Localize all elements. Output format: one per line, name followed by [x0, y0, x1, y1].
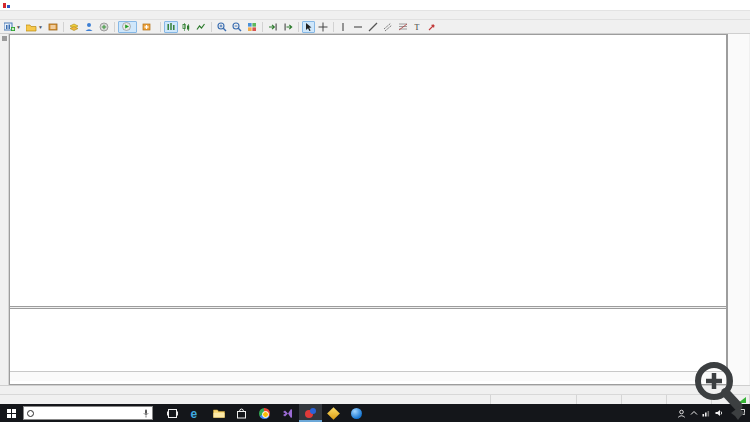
candlestick-mode-button[interactable] [179, 21, 193, 33]
store-icon [236, 408, 247, 419]
deposit-load-chart [10, 309, 726, 371]
equidistant-channel-button[interactable] [381, 21, 395, 33]
arrows-icon [427, 22, 437, 32]
edge-icon: e [190, 407, 202, 419]
zoom-in-button[interactable] [215, 21, 229, 33]
balance-equity-pane[interactable] [10, 35, 726, 306]
deposit-load-pane[interactable] [10, 309, 726, 371]
line-chart-mode-button[interactable] [194, 21, 208, 33]
gold-diamond-icon [327, 407, 340, 420]
action-center-icon[interactable] [736, 408, 746, 418]
date-axis [10, 371, 726, 381]
network-icon[interactable] [702, 409, 711, 417]
horizontal-line-icon [353, 22, 363, 32]
windows-logo-icon [7, 409, 16, 418]
status-cell [622, 395, 667, 404]
metatrader-icon [305, 408, 316, 419]
title-bar [0, 0, 750, 11]
toolbar: ▼ ▼ [0, 20, 750, 34]
new-chart-button[interactable]: ▼ [2, 21, 23, 33]
task-view-icon [167, 408, 178, 419]
fibonacci-icon [398, 22, 408, 32]
visual-studio-icon [282, 408, 293, 419]
taskbar-icon-visual-studio[interactable] [276, 404, 299, 422]
taskbar-icon-metatrader[interactable] [299, 404, 322, 422]
show-hidden-icons-chevron[interactable] [690, 410, 698, 416]
connection-status-icon [738, 397, 746, 403]
data-window-icon [69, 22, 79, 32]
status-cell [667, 395, 712, 404]
balance-equity-chart [10, 35, 726, 306]
deposit-axis-labels [728, 308, 749, 374]
auto-scroll-button[interactable] [266, 21, 280, 33]
cortana-icon [27, 410, 34, 417]
taskbar-icon-chrome[interactable] [253, 404, 276, 422]
status-profile[interactable] [491, 395, 577, 404]
taskbar-icon-file-explorer[interactable] [207, 404, 230, 422]
dropdown-caret-icon: ▼ [16, 24, 21, 30]
search-input[interactable] [37, 410, 140, 416]
volume-icon[interactable] [715, 409, 724, 417]
vertical-line-button[interactable] [337, 21, 350, 33]
fibonacci-button[interactable] [396, 21, 410, 33]
svg-text:e: e [190, 407, 197, 419]
market-watch-icon [48, 22, 58, 32]
tile-windows-button[interactable] [245, 21, 259, 33]
tester-graph-region [9, 34, 727, 385]
vertical-line-icon [339, 22, 347, 32]
new-order-button[interactable] [138, 21, 157, 33]
profiles-button[interactable]: ▼ [24, 21, 45, 33]
strategy-tester-workspace [0, 34, 750, 385]
balance-axis-labels [728, 34, 749, 308]
navigator-button[interactable] [82, 21, 96, 33]
panel-grip-icon [2, 36, 7, 41]
value-axis-column [727, 34, 749, 385]
status-cell [577, 395, 622, 404]
market-watch-button[interactable] [46, 21, 60, 33]
new-order-icon [142, 22, 151, 31]
crosshair-icon [318, 22, 328, 32]
blue-sphere-icon [351, 408, 362, 419]
cursor-button[interactable] [302, 21, 315, 33]
menu-bar [0, 11, 750, 20]
text-label-icon: T [413, 22, 422, 32]
toolbox-button[interactable] [97, 21, 111, 33]
horizontal-line-button[interactable] [351, 21, 365, 33]
trendline-button[interactable] [366, 21, 380, 33]
line-chart-icon [196, 22, 206, 32]
taskbar-search[interactable] [23, 406, 153, 420]
system-tray [677, 408, 750, 418]
bar-chart-mode-button[interactable] [164, 21, 178, 33]
tile-windows-icon [247, 22, 257, 32]
taskbar-icon-metaquotes[interactable] [322, 404, 345, 422]
equidistant-channel-icon [383, 22, 393, 32]
zoom-in-icon [217, 22, 227, 32]
autotrading-icon [122, 22, 131, 31]
taskbar-icon-edge[interactable]: e [184, 404, 207, 422]
app-icon [3, 2, 10, 9]
arrows-button[interactable] [425, 21, 439, 33]
toolbox-icon [99, 22, 109, 32]
tester-side-strip [0, 34, 9, 385]
zoom-out-icon [232, 22, 242, 32]
new-chart-icon [4, 22, 15, 32]
metatrader-window: ▼ ▼ [0, 0, 750, 422]
taskbar-icon-store[interactable] [230, 404, 253, 422]
people-icon[interactable] [677, 409, 686, 418]
taskbar-icon-skype[interactable] [345, 404, 368, 422]
navigator-icon [84, 22, 94, 32]
crosshair-button[interactable] [316, 21, 330, 33]
start-button[interactable] [0, 404, 22, 422]
chrome-icon [259, 408, 270, 419]
status-connection-cell [712, 395, 750, 404]
status-help-text [0, 395, 491, 404]
microphone-icon [143, 409, 149, 418]
autotrading-button[interactable] [118, 21, 137, 33]
task-view-button[interactable] [161, 404, 184, 422]
dropdown-caret-icon: ▼ [38, 24, 43, 30]
data-window-button[interactable] [67, 21, 81, 33]
text-label-button[interactable]: T [411, 21, 424, 33]
chart-shift-icon [283, 22, 293, 32]
chart-shift-button[interactable] [281, 21, 295, 33]
zoom-out-button[interactable] [230, 21, 244, 33]
